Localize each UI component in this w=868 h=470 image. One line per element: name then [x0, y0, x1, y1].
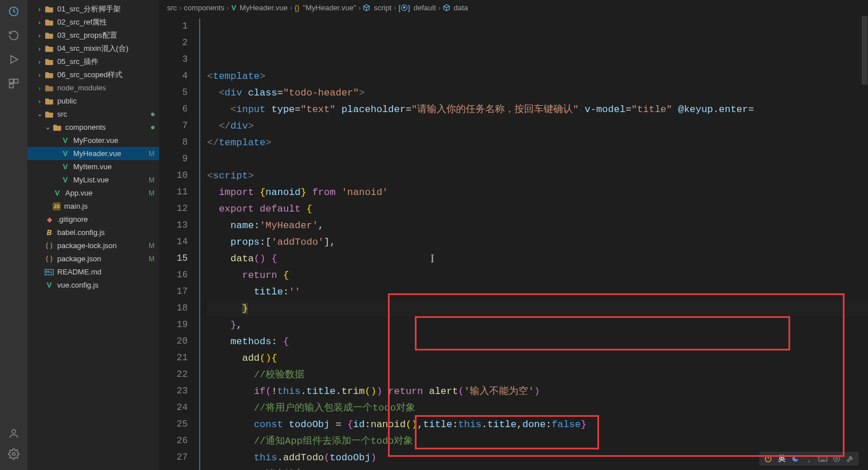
tree-item-vue-config-js[interactable]: Vvue.config.js: [27, 278, 159, 292]
vertical-scrollbar[interactable]: [860, 16, 868, 470]
line-number: 9: [159, 151, 188, 168]
line-number: 17: [159, 284, 188, 300]
comma-icon[interactable]: ，: [804, 453, 814, 464]
vue-icon: V: [61, 136, 70, 145]
chevron-icon: ›: [35, 6, 43, 13]
json-icon: [45, 254, 54, 264]
code-line[interactable]: <script>: [207, 168, 868, 184]
tree-item-label: MyList.vue: [73, 176, 146, 184]
breadcrumb-segment[interactable]: [⦿]default: [398, 3, 435, 12]
code-line[interactable]: <input type="text" placeholder="请输入你的任务名…: [207, 101, 868, 118]
chevron-icon: ⌄: [35, 110, 43, 118]
tree-item-main-js[interactable]: JSmain.js: [27, 200, 159, 213]
clock-icon[interactable]: [7, 5, 21, 18]
tree-item-node_modules[interactable]: ›node_modules: [27, 81, 159, 94]
code-line[interactable]: import {nanoid} from 'nanoid': [207, 184, 868, 201]
tree-item-label: public: [57, 97, 154, 105]
svg-point-6: [13, 453, 15, 456]
keyboard-icon[interactable]: [818, 453, 828, 464]
scrollbar-thumb[interactable]: [862, 16, 867, 85]
code-line[interactable]: return {: [207, 267, 868, 284]
tree-item-02_src_ref-[interactable]: ›02_src_ref属性: [27, 15, 159, 29]
tree-item-public[interactable]: ›public: [27, 94, 159, 107]
code-line[interactable]: props:['addTodo'],: [207, 234, 868, 250]
line-number: 20: [159, 333, 188, 350]
code-line[interactable]: title:'': [207, 284, 868, 300]
tree-item-05_src_-[interactable]: ›05_src_插件: [27, 55, 159, 68]
breadcrumb-label: "MyHeader.vue": [303, 3, 356, 12]
tree-item-06_src_scoped-[interactable]: ›06_src_scoped样式: [27, 68, 159, 81]
code-line[interactable]: <div class="todo-header">: [207, 85, 868, 101]
line-number: 10: [159, 168, 188, 184]
code-line[interactable]: add(){: [207, 350, 868, 367]
tree-item-label: .gitignore: [57, 215, 154, 224]
breadcrumb-separator-icon: ›: [227, 4, 229, 12]
line-number: 26: [159, 433, 188, 449]
svg-point-5: [12, 429, 16, 433]
ime-power-icon[interactable]: [763, 453, 773, 464]
code-editor[interactable]: 1234567891011121314151617181920212223242…: [159, 16, 868, 470]
line-number: 8: [159, 134, 188, 151]
ime-language-label[interactable]: 英: [776, 453, 787, 464]
tree-item-myheader-vue[interactable]: VMyHeader.vueM: [27, 147, 159, 160]
code-line[interactable]: [207, 151, 868, 168]
tree-item-04_src_mixin-[interactable]: ›04_src_mixin混入(合): [27, 42, 159, 55]
code-line[interactable]: //校验数据: [207, 367, 868, 383]
account-icon[interactable]: [7, 427, 21, 440]
breadcrumb-segment[interactable]: components: [184, 3, 224, 12]
refresh-icon[interactable]: [7, 29, 21, 42]
line-number: 19: [159, 317, 188, 333]
svg-marker-1: [11, 55, 18, 63]
code-line[interactable]: const todoObj = {id:nanoid(),title:this.…: [207, 416, 868, 433]
tree-item-app-vue[interactable]: VApp.vueM: [27, 186, 159, 200]
breadcrumb-segment[interactable]: src: [167, 3, 177, 12]
vue-icon: V: [61, 162, 70, 172]
code-line[interactable]: if(!this.title.trim()) return alert('输入不…: [207, 383, 868, 400]
tree-item--gitignore[interactable]: ◆.gitignore: [27, 213, 159, 226]
breadcrumb-segment[interactable]: {}"MyHeader.vue": [295, 3, 356, 12]
ime-status-bar[interactable]: 英 ，: [759, 452, 859, 465]
tree-item-mylist-vue[interactable]: VMyList.vueM: [27, 173, 159, 186]
tree-item-03_src_props-[interactable]: ›03_src_props配置: [27, 29, 159, 42]
tree-item-label: package-lock.json: [57, 241, 146, 250]
settings-icon[interactable]: [7, 447, 21, 461]
moon-icon[interactable]: [790, 453, 800, 464]
code-line[interactable]: </template>: [207, 134, 868, 151]
tree-item-src[interactable]: ⌄src: [27, 107, 159, 121]
code-line[interactable]: <template>: [207, 68, 868, 85]
tree-item-components[interactable]: ⌄components: [27, 121, 159, 134]
breadcrumb-segment[interactable]: VMyHeader.vue: [231, 3, 288, 12]
tree-item-myitem-vue[interactable]: VMyItem.vue: [27, 160, 159, 173]
modified-badge: M: [149, 189, 154, 197]
line-number: 21: [159, 350, 188, 367]
tree-item-01_src_-[interactable]: ›01_src_分析脚手架: [27, 2, 159, 15]
chevron-icon: ›: [35, 71, 43, 78]
code-line[interactable]: data() {: [207, 250, 868, 267]
extensions-icon[interactable]: [7, 77, 21, 90]
code-line[interactable]: }: [207, 300, 868, 317]
ime-settings-icon[interactable]: [831, 453, 842, 464]
tree-item-label: vue.config.js: [57, 281, 154, 289]
tree-item-package-json[interactable]: package.jsonM: [27, 252, 159, 265]
code-line[interactable]: export default {: [207, 201, 868, 217]
tree-item-readme-md[interactable]: README.md: [27, 265, 159, 278]
code-line[interactable]: </div>: [207, 118, 868, 134]
line-number: 22: [159, 367, 188, 383]
tree-item-myfooter-vue[interactable]: VMyFooter.vue: [27, 134, 159, 147]
breadcrumb-separator-icon: ›: [438, 4, 441, 12]
code-line[interactable]: },: [207, 317, 868, 333]
wrench-icon[interactable]: [845, 453, 855, 464]
debug-icon[interactable]: [7, 53, 21, 66]
tree-item-package-lock-json[interactable]: package-lock.jsonM: [27, 239, 159, 252]
file-explorer[interactable]: ›01_src_分析脚手架›02_src_ref属性›03_src_props配…: [27, 0, 159, 470]
code-lines[interactable]: I <template> <div class="todo-header"> <…: [207, 16, 868, 470]
breadcrumb-segment[interactable]: script: [363, 3, 391, 12]
code-line[interactable]: name:'MyHeader',: [207, 217, 868, 234]
code-line[interactable]: //通知App组件去添加一个todo对象: [207, 433, 868, 449]
code-line[interactable]: //清空输入: [207, 466, 868, 470]
tree-item-babel-config-js[interactable]: Bbabel.config.js: [27, 226, 159, 239]
code-line[interactable]: methods: {: [207, 333, 868, 350]
code-line[interactable]: //将用户的输入包装成一个todo对象: [207, 400, 868, 416]
breadcrumb[interactable]: src›components›VMyHeader.vue›{}"MyHeader…: [159, 0, 868, 16]
breadcrumb-segment[interactable]: data: [443, 3, 468, 12]
